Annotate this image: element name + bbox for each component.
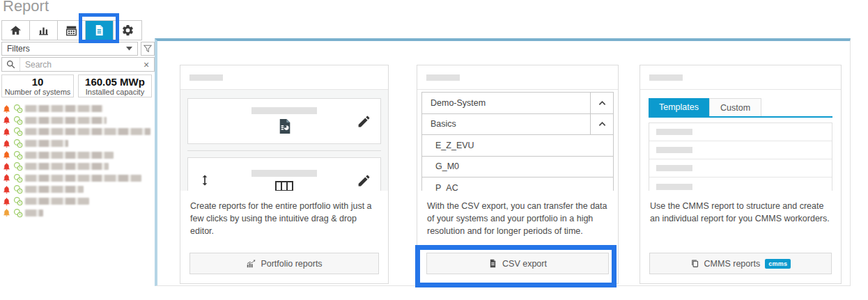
filters-dropdown[interactable]: Filters [1, 42, 138, 56]
card-title-placeholder [649, 74, 683, 81]
card-header [180, 65, 388, 90]
drag-handle-icon[interactable] [196, 173, 213, 187]
cmms-badge: cmms [765, 259, 791, 269]
csv-list-item[interactable]: G_M0 [422, 157, 613, 178]
csv-list-item-label: P_AC [422, 177, 613, 191]
system-icon [13, 173, 23, 183]
calendar-icon [65, 24, 78, 37]
report-block-row [187, 157, 381, 191]
main-panel: Create reports for the entire portfolio … [155, 38, 851, 286]
filter-funnel-button[interactable] [141, 42, 155, 56]
stat-label: Number of systems [5, 88, 71, 96]
system-list [2, 103, 153, 219]
system-list-item[interactable] [2, 173, 153, 184]
template-list-item[interactable] [649, 123, 832, 141]
system-list-item[interactable] [2, 149, 153, 161]
system-list-item[interactable] [2, 207, 153, 219]
copy-icon [690, 259, 699, 268]
csv-export-preview: Demo-SystemBasicsE_Z_EVUG_M0P_AC [417, 90, 618, 191]
alarm-bell-icon [2, 127, 11, 136]
system-list-item[interactable] [2, 103, 153, 115]
report-block-row [187, 98, 381, 144]
system-name-redacted [25, 186, 84, 193]
report-document-icon [93, 24, 106, 37]
template-list-item[interactable] [649, 177, 832, 191]
stat-installed-capacity: 160.05 MWp Installed capacity [78, 74, 152, 97]
search-input[interactable] [20, 60, 139, 70]
toolbar-chart-button[interactable] [30, 21, 58, 40]
system-list-item[interactable] [2, 161, 153, 173]
card-description: With the CSV export, you can transfer th… [417, 191, 618, 253]
card-title-placeholder [426, 74, 460, 81]
block-divider [187, 150, 381, 151]
template-name-placeholder [656, 129, 692, 135]
system-name-redacted [25, 163, 109, 170]
alarm-bell-icon [2, 162, 11, 171]
card-description: Create reports for the entire portfolio … [180, 191, 388, 253]
system-list-item[interactable] [2, 126, 153, 138]
system-name-redacted [25, 117, 107, 124]
template-list-item[interactable] [649, 159, 832, 177]
stat-value: 160.05 MWp [85, 76, 145, 88]
system-list-item[interactable] [2, 196, 153, 207]
card-portfolio-reports: Create reports for the entire portfolio … [180, 65, 389, 284]
home-icon [9, 24, 22, 37]
toolbar-report-button[interactable] [86, 21, 114, 40]
system-icon [13, 196, 23, 206]
toolbar-calendar-button[interactable] [58, 21, 86, 40]
csv-list-item-label: G_M0 [422, 157, 613, 177]
search-icon [2, 58, 20, 71]
system-icon [13, 208, 23, 218]
portfolio-reports-button[interactable]: Portfolio reports [189, 253, 379, 274]
csv-list-item[interactable]: E_Z_EVU [422, 135, 613, 157]
stat-label: Installed capacity [86, 88, 144, 96]
csv-list-item[interactable]: Basics [422, 114, 613, 136]
cmms-template-list [649, 123, 832, 191]
bar-chart-icon [37, 24, 50, 37]
search-clear-button[interactable]: × [139, 59, 154, 70]
template-list-item[interactable] [649, 141, 832, 159]
alarm-bell-icon [2, 104, 11, 113]
button-label: CSV export [502, 259, 547, 269]
block-title-placeholder [251, 170, 317, 177]
edit-pencil-icon[interactable] [355, 114, 372, 129]
system-name-redacted [25, 140, 68, 147]
chevron-down-icon [126, 47, 132, 51]
page-title: Report [3, 0, 49, 15]
card-cmms-reports: TemplatesCustom Use the CMMS report to s… [640, 65, 842, 284]
funnel-icon [144, 45, 152, 53]
csv-list-item[interactable]: Demo-System [422, 93, 613, 114]
chevron-up-icon [598, 100, 606, 106]
collapse-toggle[interactable] [590, 114, 613, 135]
csv-export-button[interactable]: CSV export [426, 253, 609, 274]
system-icon [13, 116, 23, 125]
template-name-placeholder [656, 165, 692, 171]
toolbar-settings-button[interactable] [114, 21, 141, 40]
chevron-up-icon [598, 121, 606, 127]
system-list-item[interactable] [2, 138, 153, 150]
system-name-redacted [25, 175, 141, 182]
alarm-bell-icon [2, 139, 11, 148]
alarm-bell-icon [2, 150, 11, 159]
template-name-placeholder [656, 184, 692, 190]
system-icon [13, 150, 23, 160]
cmms-reports-button[interactable]: CMMS reports cmms [649, 253, 832, 274]
gear-icon [121, 24, 134, 37]
tab-underline [649, 116, 832, 118]
tab-templates[interactable]: Templates [649, 98, 709, 116]
tab-custom[interactable]: Custom [709, 98, 761, 116]
alarm-bell-icon [2, 173, 11, 182]
alarm-bell-icon [2, 208, 11, 217]
system-list-item[interactable] [2, 115, 153, 127]
collapse-toggle[interactable] [590, 93, 613, 113]
system-list-item[interactable] [2, 184, 153, 196]
csv-list-item[interactable]: P_AC [422, 177, 613, 191]
toolbar [1, 20, 142, 40]
edit-pencil-icon[interactable] [355, 173, 372, 188]
system-name-redacted [25, 128, 150, 135]
alarm-bell-icon [2, 116, 11, 125]
csv-list-item-label: Basics [422, 114, 590, 135]
system-name-redacted [25, 210, 43, 216]
toolbar-home-button[interactable] [2, 21, 30, 40]
system-icon [13, 104, 23, 113]
